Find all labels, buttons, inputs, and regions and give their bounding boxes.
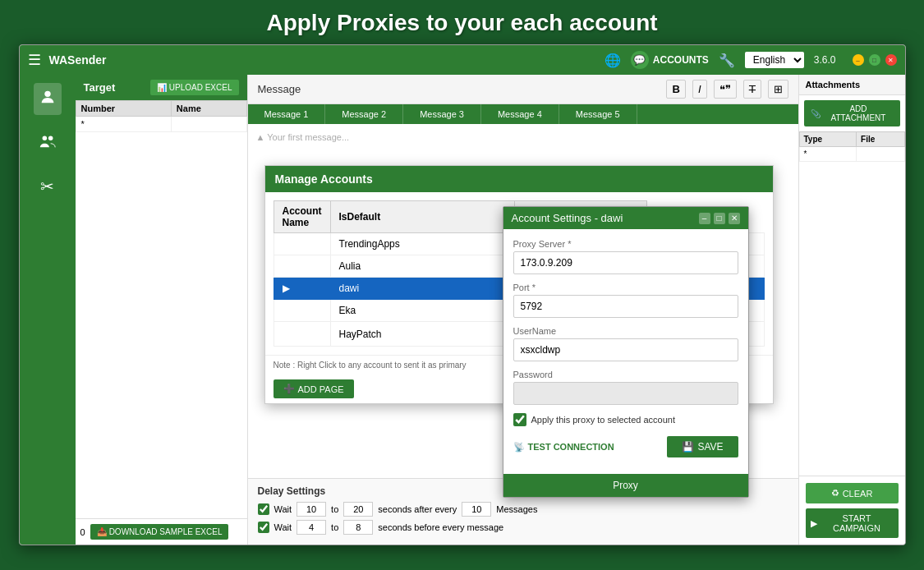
start-campaign-button[interactable]: ▶ START CAMPAIGN (806, 508, 899, 538)
whatsapp-icon: 💬 (631, 51, 649, 69)
download-sample-button[interactable]: 📥 DOWNLOAD SAMPLE EXCEL (90, 524, 229, 540)
close-button[interactable]: ✕ (885, 54, 897, 66)
tab-message-3[interactable]: Message 3 (403, 104, 481, 124)
banner-title: Apply Proxies to your each account (266, 10, 657, 35)
hamburger-icon[interactable]: ☰ (28, 51, 41, 69)
message-label: Message (258, 83, 301, 95)
account-name: dawi (330, 278, 514, 300)
delay-count-1[interactable] (462, 502, 491, 517)
add-attachment-label: ADD ATTACHMENT (824, 104, 894, 122)
col-name: Name (171, 101, 246, 117)
modal-maximize[interactable]: □ (714, 213, 725, 224)
send-icon: ▶ (811, 518, 817, 529)
proxy-tab[interactable]: Proxy (503, 474, 748, 497)
svg-point-0 (44, 91, 50, 97)
account-name: Eka (330, 300, 514, 322)
test-connection-button[interactable]: 📡 TEST CONNECTION (513, 442, 614, 453)
delay-suffix-2: seconds before every message (378, 522, 503, 532)
username-input[interactable] (513, 338, 738, 361)
italic-button[interactable]: I (692, 80, 707, 99)
accounts-button[interactable]: 💬 ACCOUNTS (631, 51, 709, 69)
to-label-2: to (331, 522, 338, 532)
left-panel-footer: 0 📥 DOWNLOAD SAMPLE EXCEL (76, 518, 247, 545)
tab-message-1[interactable]: Message 1 (248, 104, 326, 124)
proxy-server-label: Proxy Server * (513, 239, 738, 249)
row-count: 0 (80, 527, 85, 537)
bold-button[interactable]: B (666, 80, 685, 99)
add-page-button[interactable]: ➕ ADD PAGE (274, 379, 354, 398)
port-input[interactable] (513, 295, 738, 318)
minimize-button[interactable]: – (853, 54, 864, 66)
title-bar: ☰ WASender 🌐 💬 ACCOUNTS 🔧 English 3.6.0 … (20, 45, 905, 75)
clear-label: CLEAR (843, 489, 873, 499)
target-label: Target (84, 81, 116, 94)
language-select[interactable]: English (745, 52, 804, 68)
modal-titlebar: Account Settings - dawi – □ ✕ (503, 207, 748, 229)
modal-title: Account Settings - dawi (512, 212, 623, 224)
upload-excel-button[interactable]: 📊 UPLOAD EXCEL (150, 80, 239, 95)
left-panel-header: Target 📊 UPLOAD EXCEL (76, 75, 247, 100)
delay-row2-checkbox[interactable] (258, 522, 269, 533)
target-table: Number Name * (76, 100, 247, 518)
globe-icon[interactable]: 🌐 (605, 53, 621, 68)
upload-excel-label: UPLOAD EXCEL (169, 83, 232, 92)
col-is-default: IsDefault (330, 201, 514, 233)
password-label: Password (513, 370, 738, 379)
delay-from-1[interactable] (297, 502, 326, 517)
version-label: 3.6.0 (814, 54, 836, 66)
save-icon: 💾 (682, 441, 694, 453)
account-name: TrendingApps (330, 233, 514, 255)
delay-from-2[interactable] (297, 520, 326, 535)
right-panel-footer: ♻ CLEAR ▶ START CAMPAIGN (799, 476, 905, 545)
clear-icon: ♻ (831, 488, 839, 499)
col-type: Type (799, 132, 857, 147)
port-label: Port * (513, 283, 738, 292)
right-panel: Attachments 📎 ADD ATTACHMENT Type File (798, 75, 905, 545)
col-account-name: Account Name (274, 201, 330, 233)
delay-to-1[interactable] (343, 502, 373, 517)
attachments-header: Attachments (799, 75, 905, 95)
message-placeholder: ▲ Your first message... (256, 132, 790, 142)
sidebar: ✂ (20, 75, 76, 545)
proxy-tab-label: Proxy (613, 480, 638, 491)
app-window: ☰ WASender 🌐 💬 ACCOUNTS 🔧 English 3.6.0 … (19, 44, 906, 545)
app-title: WASender (49, 53, 107, 67)
table-row: * (76, 117, 246, 132)
clear-button[interactable]: ♻ CLEAR (806, 483, 899, 503)
account-settings-modal: Account Settings - dawi – □ ✕ Proxy Serv… (503, 206, 749, 498)
proxy-server-input[interactable] (513, 251, 738, 274)
attachments-table: Type File * (799, 131, 905, 476)
apply-proxy-checkbox[interactable] (513, 413, 526, 426)
tab-message-5[interactable]: Message 5 (559, 104, 637, 124)
sidebar-item-target[interactable] (34, 83, 62, 115)
sidebar-item-group[interactable] (34, 127, 62, 159)
content-area: Message B I ❝❞ T̶ ⊞ Message 1 Message 2 … (248, 75, 798, 545)
modal-minimize[interactable]: – (699, 213, 710, 224)
save-button[interactable]: 💾 SAVE (667, 436, 738, 457)
download-label: DOWNLOAD SAMPLE EXCEL (109, 527, 223, 536)
attachment-icon: 📎 (811, 109, 821, 118)
col-number: Number (76, 101, 171, 117)
delay-suffix-1: seconds after every (378, 504, 457, 514)
banner: Apply Proxies to your each account (0, 0, 924, 44)
insert-button[interactable]: ⊞ (768, 80, 788, 99)
sidebar-item-settings[interactable]: ✂ (35, 172, 59, 201)
add-attachment-button[interactable]: 📎 ADD ATTACHMENT (804, 100, 900, 126)
delay-row1-checkbox[interactable] (258, 503, 269, 515)
maximize-button[interactable]: □ (869, 54, 880, 66)
save-label: SAVE (697, 441, 723, 453)
table-row: * (799, 147, 904, 162)
left-panel: Target 📊 UPLOAD EXCEL Number Name (76, 75, 248, 545)
add-page-label: ADD PAGE (298, 384, 344, 394)
delay-to-2[interactable] (343, 520, 373, 535)
quote-button[interactable]: ❝❞ (714, 80, 737, 99)
col-file: File (857, 132, 904, 147)
tools-icon[interactable]: 🔧 (719, 53, 735, 68)
modal-close[interactable]: ✕ (729, 213, 740, 224)
tab-message-4[interactable]: Message 4 (481, 104, 559, 124)
tab-message-2[interactable]: Message 2 (325, 104, 403, 124)
strikethrough-button[interactable]: T̶ (743, 80, 761, 99)
wait-label-2: Wait (274, 522, 292, 532)
accounts-label: ACCOUNTS (653, 54, 709, 66)
password-input[interactable] (513, 382, 738, 405)
